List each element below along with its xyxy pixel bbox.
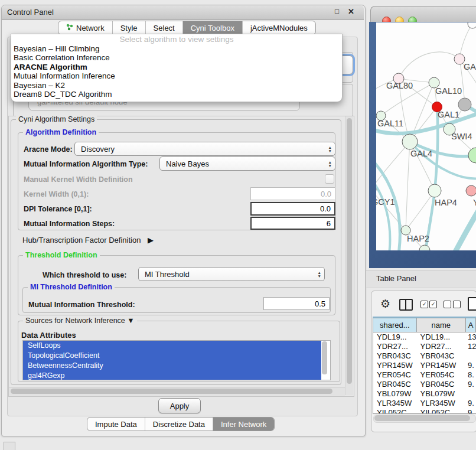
table-cell[interactable]: YLR345W [417,399,467,408]
dropdown-item-basic-correlation-inference[interactable]: Basic Correlation Inference [11,53,342,63]
table-cell[interactable]: 9. [466,399,476,408]
column-header-a[interactable]: A [466,318,476,332]
node-y-pink[interactable] [466,185,476,196]
checked-checkbox-icon[interactable]: ✓ [429,301,437,308]
gear-icon[interactable]: ⚙ [380,297,390,311]
table-cell[interactable]: YBR043C [373,351,417,361]
node-gray[interactable] [458,98,471,111]
collapse-arrow-icon[interactable]: ▼ [127,317,134,325]
mi-steps-input[interactable]: 6 [250,217,335,230]
network-canvas[interactable]: GALGAL80GAL10GAL1GAL11SWI4GAL4GCY1HAP4YH… [376,22,476,250]
table-row[interactable]: YLR345WYLR345W9. [373,399,476,408]
table-cell[interactable]: YLR345W [373,399,417,408]
column-header-name[interactable]: name [417,318,467,332]
attribute-item-gal4rgexp[interactable]: gal4RGexp [23,371,321,380]
horizontal-scrollbar-thumb[interactable] [11,389,332,394]
table-row[interactable]: YPR145WYPR145W9. [373,361,476,370]
aracne-mode-combo[interactable]: Discovery ▲▼ [74,142,335,156]
node-table[interactable]: shared...nameA YDL19...YDL19...13YDR27..… [373,318,476,414]
dropdown-item-bayesian-k2[interactable]: Bayesian – K2 [11,81,342,90]
node-top-right[interactable] [468,22,476,28]
table-cell[interactable] [466,389,476,399]
table-cell[interactable]: YER054C [373,370,417,380]
table-row[interactable]: YBR043CYBR043C [373,351,476,361]
float-panel-icon[interactable]: □ [335,7,339,15]
subtab-infer-network[interactable]: Infer Network [213,418,274,431]
tab-cyni-toolbox[interactable]: Cyni Toolbox [182,21,242,34]
table-cell[interactable]: YBL079W [417,389,467,399]
column-header-shared[interactable]: shared... [373,318,417,332]
table-cell[interactable]: YPR145W [373,361,417,370]
table-cell[interactable]: YBR043C [417,351,467,361]
table-cell[interactable]: 9. [466,380,476,389]
table-cell[interactable]: YBR045C [417,380,467,389]
table-cell[interactable]: YIL052C [417,408,467,414]
table-cell[interactable]: 9. [466,361,476,370]
columns-icon[interactable] [399,299,413,311]
table-cell[interactable]: YDR27... [417,342,467,351]
network-edge[interactable] [399,52,459,79]
subtab-impute-data[interactable]: Impute Data [87,418,145,431]
table-cell[interactable]: 8. [466,370,476,380]
document-icon[interactable] [468,297,476,311]
checked-checkbox-icon[interactable]: ✓ [420,301,428,308]
table-cell[interactable]: YPR145W [417,361,467,370]
tab-network[interactable]: Network [58,21,112,34]
table-cell[interactable]: 13 [466,332,476,342]
node-bottom-green[interactable] [419,245,430,250]
tab-jactivemnodules[interactable]: jActiveMNodules [242,21,315,34]
table-cell[interactable]: 12 [466,342,476,351]
manual-kernel-checkbox[interactable] [325,174,334,184]
table-cell[interactable]: YER054C [417,370,467,380]
network-edge[interactable] [435,107,438,191]
network-edge[interactable] [376,142,410,190]
subtab-discretize-data[interactable]: Discretize Data [145,418,213,431]
table-row[interactable]: YER054CYER054C8. [373,370,476,380]
attribute-item-selfloops[interactable]: SelfLoops [23,341,321,351]
dpi-tolerance-input[interactable]: 0.0 [250,202,335,216]
vertical-scrollbar-thumb[interactable] [347,118,352,384]
table-cell[interactable]: YBL079W [373,389,417,399]
table-cell[interactable] [466,351,476,361]
table-cell[interactable]: YDL19... [417,332,467,342]
table-row[interactable]: YBR045CYBR045C9. [373,380,476,389]
network-edge[interactable] [459,24,472,59]
table-cell[interactable]: YDL19... [373,332,417,342]
attribute-item-topologicalcoefficient[interactable]: TopologicalCoefficient [23,351,321,361]
list-scrollbar-thumb[interactable] [322,341,327,374]
dropdown-item-aracne-algorithm[interactable]: ARACNE Algorithm [11,63,342,72]
table-row[interactable]: YIL052CYIL052C9. [373,408,476,414]
tab-select[interactable]: Select [145,21,182,34]
table-cell[interactable]: YIL052C [373,408,417,414]
close-panel-icon[interactable]: ✕ [348,7,354,16]
network-edge[interactable] [376,175,390,250]
table-hscrollbar-thumb[interactable] [374,415,470,421]
table-row[interactable]: YBL079WYBL079W [373,389,476,399]
dropdown-item-bayesian-hill-climbing[interactable]: Bayesian – Hill Climbing [11,44,342,54]
dropdown-item-mutual-information-inference[interactable]: Mutual Information Inference [11,71,342,81]
kernel-width-input[interactable]: 0.0 [250,187,335,200]
mi-threshold-input[interactable]: 0.5 [263,297,330,310]
hub-definition-expander[interactable]: Hub/Transcription Factor Definition ▶ [22,236,154,244]
unchecked-checkbox-icon[interactable] [453,301,461,308]
unchecked-checkbox-icon[interactable] [444,301,451,308]
node-swi4[interactable] [468,148,476,163]
network-graph[interactable]: GALGAL80GAL10GAL1GAL11SWI4GAL4GCY1HAP4YH… [376,22,476,250]
data-attributes-list[interactable]: SelfLoopsTopologicalCoefficientBetweenne… [22,340,331,380]
attribute-item-betweennesscentrality[interactable]: BetweennessCentrality [23,361,321,371]
network-window-titlebar[interactable] [370,6,476,22]
table-cell[interactable]: YDR27... [373,342,417,351]
dropdown-item-dream8-dc-tdc-algorithm[interactable]: Dream8 DC_TDC Algorithm [11,90,342,99]
apply-button[interactable]: Apply [158,398,201,413]
table-row[interactable]: YDR27...YDR27...12 [373,342,476,351]
node-hap4[interactable] [428,184,441,197]
table-row[interactable]: YDL19...YDL19...13 [373,332,476,342]
panel-grip[interactable] [4,442,15,450]
network-edge[interactable] [406,142,410,230]
node-gal4[interactable] [402,134,418,149]
mi-type-combo[interactable]: Naive Bayes ▲▼ [159,156,335,171]
table-cell[interactable]: 9. [466,408,476,414]
which-threshold-combo[interactable]: MI Threshold ▲▼ [138,267,325,281]
tab-style[interactable]: Style [112,21,145,34]
table-cell[interactable]: YBR045C [373,380,417,389]
